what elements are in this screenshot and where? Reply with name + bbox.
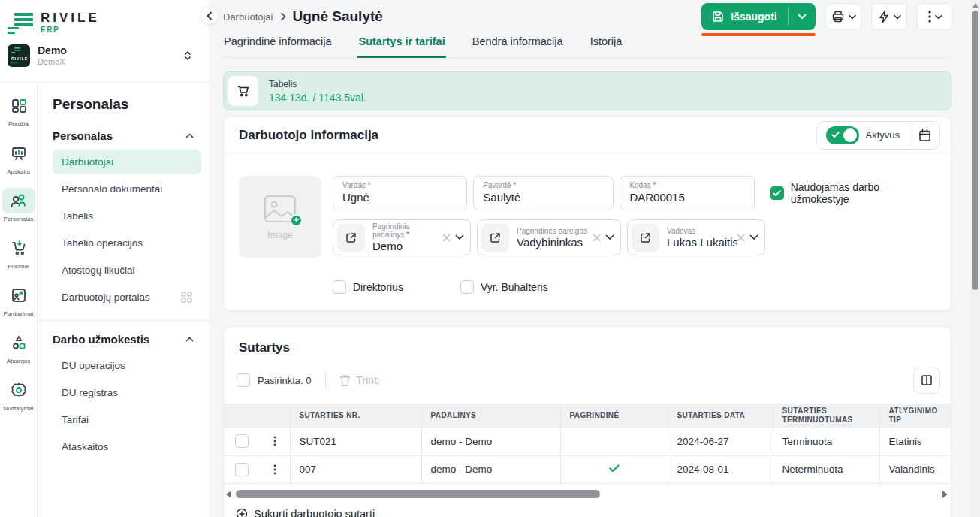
header-actions: Išsaugoti [701,3,953,30]
table-row[interactable]: 007 demo - Demo 2024-08-01 Neterminuota … [224,455,951,483]
sidebar-item-tabelio-operacijos[interactable]: Tabelio operacijos [53,231,201,255]
check-icon [609,464,620,473]
cell-pagrindine [560,455,668,483]
rail-item-apskaita[interactable]: Apskaita [0,141,38,188]
rail-item-atsargos[interactable]: Atsargos [0,330,38,377]
calendar-button[interactable] [909,122,939,149]
section-personalas[interactable]: Personalas [53,129,201,142]
sidebar-item-du-registras[interactable]: DU registras [53,380,201,405]
print-button[interactable] [825,3,861,30]
table-row[interactable]: SUT021 demo - Demo 2024-06-27 Terminuota… [224,428,951,455]
rail-item-pradzia[interactable]: Pradžia [0,93,38,141]
main-content: Darbuotojai Ugnė Saulytė [209,0,980,517]
open-record-icon[interactable] [337,224,365,252]
record-tabs: Pagrindinė informacija Sutartys ir tarif… [223,33,951,58]
banner-title: Tabelis [269,79,366,89]
nav-rail: Pradžia Apskaita [0,83,38,517]
chevron-down-icon[interactable] [605,234,614,240]
sidebar-item-personalo-dokumentai[interactable]: Personalo dokumentai [53,177,201,201]
payroll-checkbox[interactable]: Naudojamas darbo užmokestyje [770,181,936,205]
clear-icon[interactable] [593,234,601,242]
create-contract-button[interactable]: Sukurti darbuotojo sutartį [224,500,951,517]
scrollbar-thumb[interactable] [972,11,978,290]
company-code: DemoX [38,57,67,66]
scrollbar-thumb[interactable] [236,490,600,498]
horizontal-scrollbar[interactable] [226,489,948,500]
chief-accountant-checkbox[interactable]: Vyr. Buhalteris [460,280,548,294]
rail-item-pardavimai[interactable]: Pardavimai [0,283,38,330]
cart-icon [2,235,35,261]
brand-name: RIVILE [41,11,100,24]
pareigos-select[interactable]: Pagrindinės pareigos Vadybininkas [477,219,621,255]
kodas-field[interactable]: Kodas * DAR00015 [620,176,754,210]
checkbox-checked-icon [770,186,784,200]
scroll-up-icon[interactable] [972,3,978,8]
selected-count: Pasirinkta: 0 [258,375,312,386]
rivile-logo-icon [8,11,33,34]
vardas-field[interactable]: Vardas * Ugnė [333,176,467,210]
clear-icon[interactable] [442,234,451,242]
sidebar-item-du-operacijos[interactable]: DU operacijos [53,353,201,378]
row-menu-button[interactable] [260,428,290,455]
chevron-down-icon[interactable] [749,234,758,240]
divider [38,320,209,321]
column-settings-button[interactable] [913,367,940,394]
app-window: RIVILE ERP RIVILE ERP Demo DemoX [0,0,980,517]
sidebar-item-ataskaitos[interactable]: Ataskaitos [53,434,201,459]
select-all-checkbox[interactable] [237,373,250,387]
cell-sutarties-nr: 007 [290,455,421,483]
rail-item-pirkimai[interactable]: Pirkimai [0,235,38,283]
tab-sutartys-ir-tarifai[interactable]: Sutartys ir tarifai [357,33,445,58]
sidebar-item-atostogu-likuciai[interactable]: Atostogų likučiai [53,258,201,283]
company-selector[interactable]: RIVILE ERP Demo DemoX [8,44,200,67]
contracts-toolbar: Pasirinkta: 0 Trinti [224,355,951,404]
people-icon [2,188,35,213]
sidebar-item-darbuotojai[interactable]: Darbuotojai [53,150,201,174]
save-dropdown-button[interactable] [789,14,816,20]
chevron-up-icon [185,133,194,138]
sales-icon [2,283,35,308]
open-record-icon[interactable] [481,224,509,252]
employee-photo-upload[interactable]: + Image [239,176,321,258]
row-menu-button[interactable] [260,455,290,483]
toggle-on-icon [826,126,859,144]
sidebar-item-tarifai[interactable]: Tarifai [53,407,201,432]
save-button[interactable]: Išsaugoti [701,3,816,30]
breadcrumb-parent[interactable]: Darbuotojai [223,11,273,23]
active-toggle[interactable]: Aktyvus [817,126,909,144]
section-darbo-uzmokestis[interactable]: Darbo užmokestis [53,333,201,346]
rail-item-personalas[interactable]: Personalas [0,188,38,235]
delete-button[interactable]: Trinti [339,374,380,386]
director-checkbox[interactable]: Direktorius [333,280,403,294]
cell-sutarties-data: 2024-06-27 [668,428,773,455]
sidebar-item-tabelis[interactable]: Tabelis [53,204,201,228]
chevron-down-icon[interactable] [455,234,464,240]
pavarde-field[interactable]: Pavardė * Saulytė [473,176,614,210]
contracts-title: Sutartys [224,327,951,355]
save-icon [712,11,724,23]
tabelis-cart-icon [228,76,258,106]
row-checkbox[interactable] [235,434,249,448]
sidebar-collapse-button[interactable] [200,6,219,25]
scroll-left-icon[interactable] [226,491,231,498]
rail-item-nustatymai[interactable]: Nustatymai [0,377,38,425]
tabelis-banner[interactable]: Tabelis 134.13d. / 1143.5val. [223,71,951,110]
kebab-menu-icon [928,11,931,23]
vadovas-select[interactable]: Vadovas Lukas Lukaitis [627,219,765,255]
open-record-icon[interactable] [632,224,659,252]
automation-button[interactable] [871,3,907,30]
header-checkbox-cell [224,404,260,428]
tab-bendra-informacija[interactable]: Bendra informacija [472,33,564,58]
tab-istorija[interactable]: Istorija [590,33,623,58]
clear-icon[interactable] [737,234,745,242]
scroll-right-icon[interactable] [942,491,948,498]
sidebar-item-darbuotoju-portalas[interactable]: Darbuotojų portalas [53,285,201,310]
vertical-scrollbar[interactable] [971,0,980,517]
more-actions-button[interactable] [917,3,953,30]
row-checkbox[interactable] [235,463,249,476]
chevron-up-icon [185,337,194,342]
padalinys-select[interactable]: Pagrindinis padalinys * Demo [333,219,471,255]
required-asterisk: * [368,181,371,189]
unfold-icon [183,50,192,62]
tab-pagrindine-informacija[interactable]: Pagrindinė informacija [223,33,332,58]
